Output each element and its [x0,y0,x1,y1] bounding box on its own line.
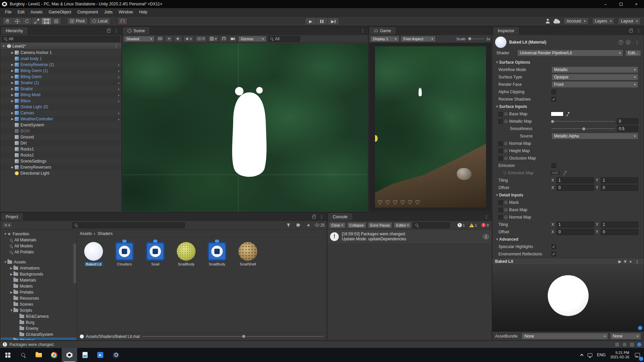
expand-arrow-icon[interactable]: ▶ [10,63,14,66]
slider-knob[interactable] [551,120,554,123]
scene-lighting-toggle[interactable]: ☀ [165,36,173,42]
panel-menu-icon[interactable]: ⋮ [359,28,367,33]
shading-mode-dropdown[interactable]: Shaded▾ [124,36,155,42]
detail-offset-x-field[interactable]: 0 [556,229,594,235]
assetbundle-variant-dropdown[interactable]: None▾ [610,333,641,340]
error-pause-toggle[interactable]: Error Pause [368,222,392,228]
menu-edit[interactable]: Edit [14,8,28,16]
hierarchy-item[interactable]: ▶Snailor› [0,86,121,92]
folder-item[interactable]: ▶Enemy [1,325,76,331]
asset-item[interactable]: Clouders [111,242,138,266]
tray-expand-icon[interactable] [580,354,583,357]
folder-item[interactable]: ▶Burg [1,319,76,325]
detail-inputs-foldout[interactable]: ▼Detail Inputs [492,191,644,199]
maximize-button[interactable] [613,0,629,8]
expand-arrow-icon[interactable]: ▶ [10,75,14,78]
offset-y-field[interactable]: 0 [601,185,638,191]
status-info-icon[interactable]: ! [3,342,7,347]
gizmos-dropdown[interactable]: Gizmos▾ [238,36,266,42]
folder-item[interactable]: ▶Scenes [1,301,76,307]
tab-hierarchy[interactable]: Hierarchy [1,27,28,35]
workflow-mode-dropdown[interactable]: Metallic▾ [551,66,638,73]
folder-item[interactable]: ▶BG&Camera [1,313,76,319]
smoothness-source-dropdown[interactable]: Metallic Alpha▾ [551,133,638,139]
view-hand-tool[interactable] [3,17,12,25]
menu-assets[interactable]: Assets [28,8,46,16]
hierarchy-item[interactable]: ▶Rocks2 [0,152,121,158]
expand-arrow-icon[interactable]: ▶ [10,117,14,121]
hierarchy-item[interactable]: ▶Snailor (1)› [0,80,121,86]
shader-dropdown[interactable]: Universal Render Pipeline/Lit▾ [517,50,623,56]
prefab-open-icon[interactable]: › [118,93,119,97]
snap-tool-icon[interactable] [220,36,227,42]
presets-icon[interactable]: ≡ [626,40,631,45]
language-indicator[interactable]: ENG [597,353,606,357]
menu-window[interactable]: Window [116,8,136,16]
scene-viewport[interactable] [122,43,368,212]
advanced-foldout[interactable]: ▼Advanced [492,236,644,243]
preview-model-icon[interactable]: ● [628,259,633,264]
texture-slot[interactable] [498,156,503,161]
layout-dropdown[interactable]: Layout▾ [618,17,641,25]
smoothness-value-field[interactable]: 0.5 [617,126,638,132]
preview-settings-icon[interactable] [638,326,642,330]
expand-arrow-icon[interactable]: ▶ [10,166,14,169]
preview-menu-icon[interactable]: ⋮ [633,259,641,264]
tree-scrollbar[interactable] [73,243,76,284]
hierarchy-item[interactable]: ▶Biting Germ (1)› [0,68,121,74]
game-viewport[interactable]: ♡♡♡♡♡♡ [375,46,486,207]
texture-picker-icon[interactable] [504,201,507,204]
assets-root-foldout[interactable]: ▼Assets [1,259,76,265]
texture-picker-icon[interactable] [504,216,507,219]
error-filter-toggle[interactable]: !0 [480,223,490,227]
scene-visibility-toggle[interactable]: 0 [195,36,207,42]
detail-tiling-x-field[interactable]: 1 [556,222,594,228]
detail-offset-y-field[interactable]: 0 [601,229,638,235]
transform-tool[interactable] [51,17,61,25]
menu-help[interactable]: Help [136,8,151,16]
activity-indicator-icon[interactable] [623,343,627,347]
file-explorer-button[interactable] [31,348,46,362]
collab-status-icon[interactable] [637,343,641,347]
collab-icon[interactable] [545,19,550,23]
frame-debugger-icon[interactable] [630,343,634,347]
play-button[interactable]: ▶ [305,17,316,25]
texture-slot[interactable] [498,112,503,116]
hierarchy-item[interactable]: ▶SceneSettings [0,158,121,164]
base-color-swatch[interactable] [551,112,564,116]
menu-file[interactable]: File [2,8,14,16]
asset-item-selected[interactable]: Baked Lit [80,242,107,266]
search-by-label-icon[interactable] [295,222,302,228]
scale-slider[interactable] [467,39,484,39]
preview-header[interactable]: Baked Lit ▶ ☀ ● ⋮ [492,258,644,265]
component-menu-icon[interactable]: ⋮ [633,40,641,45]
hierarchy-item[interactable]: ▶EventSystem [0,122,121,128]
hierarchy-item[interactable]: ▶BGM [0,128,121,134]
info-filter-toggle[interactable]: !1 [456,223,466,227]
slider-knob[interactable] [468,37,472,41]
expand-arrow-icon[interactable]: ▶ [10,93,14,97]
lock-icon[interactable] [312,216,316,219]
expand-arrow-icon[interactable]: ▶ [10,51,14,54]
panel-menu-icon[interactable]: ⋮ [635,28,642,33]
expand-arrow-icon[interactable]: ▶ [10,81,14,84]
scale-tool[interactable] [32,17,42,25]
hierarchy-item[interactable]: ▶Camera Anchor 1 [0,50,121,56]
asset-item[interactable]: Snail [142,242,168,266]
receive-shadows-checkbox[interactable] [551,97,556,102]
panel-menu-icon[interactable]: ⋮ [318,215,325,219]
cloud-services-icon[interactable] [553,20,560,23]
texture-slot[interactable] [498,215,503,220]
slider-knob[interactable] [582,127,586,131]
unity-taskbar-button[interactable] [62,348,77,362]
prefab-open-icon[interactable]: › [118,111,119,115]
expand-arrow-icon[interactable]: ▶ [10,99,14,103]
start-button[interactable] [0,348,15,362]
network-icon[interactable] [588,353,592,357]
help-icon[interactable]: ? [619,40,623,45]
hierarchy-item[interactable]: ▶EnemyReversers [0,164,121,170]
assetbundle-dropdown[interactable]: None▾ [522,333,608,340]
icon-size-slider[interactable] [142,336,324,337]
account-dropdown[interactable]: Account▾ [564,17,589,25]
prefab-open-icon[interactable]: › [118,69,119,73]
